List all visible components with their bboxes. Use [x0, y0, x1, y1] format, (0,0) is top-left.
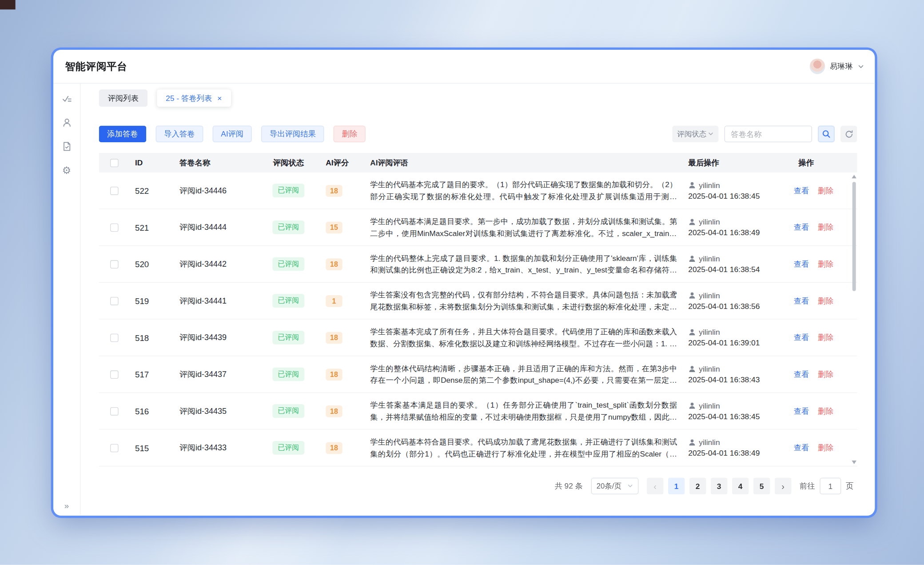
settings-icon: ⚙: [62, 165, 71, 175]
row-id: 519: [127, 296, 172, 305]
scrollbar-down-arrow[interactable]: [852, 461, 856, 464]
review-status-select[interactable]: 评阅状态: [672, 126, 718, 142]
row-checkbox[interactable]: [110, 370, 119, 379]
sidebar-item-users[interactable]: [61, 117, 72, 128]
document-check-icon: [61, 141, 72, 152]
sidebar-item-review-tasks[interactable]: [61, 94, 72, 104]
add-answer-button[interactable]: 添加答卷: [99, 126, 147, 142]
delete-button[interactable]: 删除: [334, 126, 366, 142]
search-icon: [821, 129, 831, 139]
desktop-wallpaper: 智能评阅平台 易琳琳: [0, 0, 924, 565]
row-checkbox[interactable]: [110, 186, 119, 195]
table-row: 515 评阅id-34433 已评阅 18 学生的代码基本符合题目要求。代码成功…: [99, 430, 857, 467]
table-header-row: ID 答卷名称 评阅状态 AI评分 AI评阅评语 最后操作 操作: [99, 153, 857, 172]
goto-page-input[interactable]: [820, 478, 841, 494]
row-timestamp: 2025-04-01 16:38:49: [688, 449, 788, 457]
refresh-button[interactable]: [840, 126, 857, 142]
row-last-operation: yilinlin 2025-04-01 16:38:49: [682, 217, 789, 237]
page-size-select[interactable]: 20条/页: [591, 478, 639, 494]
goto-unit: 页: [846, 481, 853, 491]
row-id: 521: [127, 223, 172, 232]
view-link[interactable]: 查看: [794, 259, 809, 269]
sidebar-item-settings[interactable]: ⚙: [61, 165, 72, 176]
row-checkbox[interactable]: [110, 297, 119, 305]
avatar[interactable]: [810, 59, 825, 74]
page-button-2[interactable]: 2: [689, 478, 706, 494]
row-operator: yilinlin: [699, 291, 720, 300]
chevron-down-icon: [627, 483, 633, 489]
table-row: 516 评阅id-34435 已评阅 18 学生答案基本满足题目的要求。（1）任…: [99, 393, 857, 430]
next-page-button[interactable]: ›: [775, 478, 791, 494]
table-scrollbar[interactable]: [851, 175, 857, 464]
delete-link[interactable]: 删除: [818, 332, 833, 343]
delete-link[interactable]: 删除: [818, 296, 833, 306]
delete-link[interactable]: 删除: [818, 222, 833, 232]
delete-link[interactable]: 删除: [818, 442, 833, 453]
score-badge: 18: [326, 442, 342, 454]
prev-page-button[interactable]: ‹: [647, 478, 663, 494]
tab-review-list[interactable]: 评阅列表: [99, 89, 147, 107]
person-icon: [688, 292, 696, 299]
view-link[interactable]: 查看: [794, 442, 809, 453]
page-button-5[interactable]: 5: [753, 478, 770, 494]
page-button-1[interactable]: 1: [668, 478, 685, 494]
user-icon: [61, 117, 72, 128]
export-results-button[interactable]: 导出评阅结果: [261, 126, 324, 142]
search-button[interactable]: [818, 126, 834, 142]
column-header-comment: AI评阅评语: [365, 157, 681, 169]
ai-review-button[interactable]: AI评阅: [213, 126, 252, 142]
sidebar-expand-icon[interactable]: »: [53, 501, 80, 510]
row-checkbox[interactable]: [110, 407, 119, 415]
view-link[interactable]: 查看: [794, 185, 809, 196]
view-link[interactable]: 查看: [794, 296, 809, 306]
status-badge: 已评阅: [272, 404, 304, 418]
user-name: 易琳琳: [830, 61, 853, 72]
delete-link[interactable]: 删除: [818, 259, 833, 269]
toolbar: 添加答卷 导入答卷 AI评阅 导出评阅结果 删除 评阅状态: [99, 126, 857, 142]
page-button-3[interactable]: 3: [711, 478, 727, 494]
delete-link[interactable]: 删除: [818, 369, 833, 380]
status-badge: 已评阅: [272, 368, 304, 381]
person-icon: [688, 365, 696, 373]
view-link[interactable]: 查看: [794, 369, 809, 380]
view-link[interactable]: 查看: [794, 406, 809, 417]
page-button-4[interactable]: 4: [732, 478, 749, 494]
row-checkbox[interactable]: [110, 444, 119, 452]
row-timestamp: 2025-04-01 16:38:43: [688, 375, 788, 384]
person-icon: [688, 181, 696, 189]
row-last-operation: yilinlin 2025-04-01 16:38:43: [682, 365, 789, 384]
row-checkbox[interactable]: [110, 260, 119, 268]
chevron-down-icon: [858, 63, 864, 70]
row-comment: 学生答案基本满足题目的要求。（1）任务部分正确使用了`train_test_sp…: [365, 399, 681, 423]
view-link[interactable]: 查看: [794, 332, 809, 343]
row-id: 516: [127, 406, 172, 416]
task-list-icon: [61, 94, 72, 104]
tab-label: 25 - 答卷列表: [166, 93, 212, 104]
score-badge: 1: [326, 295, 342, 307]
tab-answer-sheet-list[interactable]: 25 - 答卷列表 ×: [157, 89, 231, 107]
sidebar-item-answer-sheets[interactable]: [61, 141, 72, 152]
delete-link[interactable]: 删除: [818, 406, 833, 417]
row-last-operation: yilinlin 2025-04-01 16:38:49: [682, 438, 789, 457]
row-checkbox[interactable]: [110, 223, 119, 232]
screen-artifact: [0, 0, 16, 9]
search-input[interactable]: [725, 126, 812, 142]
row-checkbox[interactable]: [110, 333, 119, 342]
delete-link[interactable]: 删除: [818, 185, 833, 196]
import-answer-button[interactable]: 导入答卷: [156, 126, 203, 142]
review-status-select-value: 评阅状态: [677, 129, 707, 139]
close-icon[interactable]: ×: [217, 94, 222, 102]
score-badge: 18: [326, 369, 342, 381]
table-row: 522 评阅id-34446 已评阅 18 学生的代码基本完成了题目的要求。（1…: [99, 172, 857, 209]
select-all-checkbox[interactable]: [110, 159, 119, 167]
refresh-icon: [844, 129, 853, 138]
scrollbar-thumb[interactable]: [852, 182, 856, 291]
table-row: 518 评阅id-34439 已评阅 18 学生答案基本完成了所有任务，并且大体…: [99, 320, 857, 357]
row-name: 评阅id-34446: [172, 185, 270, 196]
scrollbar-up-arrow[interactable]: [852, 175, 856, 178]
status-badge: 已评阅: [272, 441, 304, 455]
view-link[interactable]: 查看: [794, 222, 809, 232]
total-count: 共 92 条: [554, 481, 583, 491]
row-name: 评阅id-34437: [172, 369, 270, 380]
user-menu[interactable]: 易琳琳: [810, 59, 864, 74]
